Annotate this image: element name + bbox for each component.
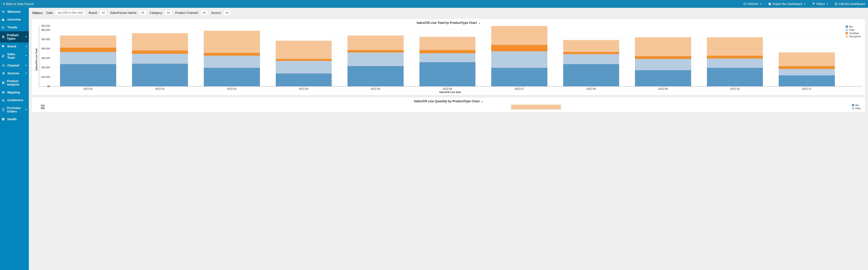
- sidebar-item-overview[interactable]: Overview: [0, 15, 29, 24]
- chevron-down-icon: [25, 65, 27, 66]
- x-tick-label: 2022-08: [555, 87, 627, 90]
- bar-stack[interactable]: [420, 37, 476, 86]
- sidebar-item-label: Channel: [7, 64, 19, 67]
- x-tick-label: 2022-10: [699, 87, 771, 90]
- svg-rect-5: [3, 20, 3, 21]
- bar-segment-strongman: [635, 37, 691, 56]
- arrow-left-icon: [3, 3, 4, 5]
- svg-rect-20: [3, 108, 4, 109]
- filter-value[interactable]: All: [223, 10, 231, 15]
- x-tick-label: 2022-01: [52, 87, 124, 90]
- filter-value[interactable]: All: [99, 10, 107, 15]
- sidebar-item-product-analysis[interactable]: Product Analysis: [0, 77, 29, 89]
- sidebar-item-purchase-orders[interactable]: Purchase Orders: [0, 104, 29, 115]
- menu-icon: [2, 10, 5, 13]
- bar-segment-bar: [707, 68, 763, 86]
- filter-group: Source: All: [211, 10, 231, 15]
- y-tick: $60,000: [41, 29, 50, 31]
- sidebar-item-sources[interactable]: Sources: [0, 69, 29, 77]
- bar-slot: [484, 26, 555, 86]
- sidebar-item-brand[interactable]: Brand: [0, 42, 29, 50]
- bar-stack[interactable]: [276, 41, 332, 86]
- bar-segment-sandbag: [347, 50, 404, 53]
- bar-segment-strongman: [491, 26, 547, 45]
- bar-stack[interactable]: [132, 33, 188, 86]
- sidebar-item-health[interactable]: Health: [0, 115, 29, 123]
- bar-stack[interactable]: [491, 26, 547, 86]
- sidebar-item-sales-team[interactable]: Sales Team: [0, 50, 29, 62]
- bar-slot: [627, 26, 699, 86]
- sidebar-item-label: Customers: [7, 98, 23, 102]
- svg-point-13: [3, 55, 4, 56]
- svg-rect-7: [4, 20, 4, 21]
- filter-value[interactable]: Jan-2022 to Dec-2022: [55, 10, 86, 15]
- chart-ylabel: Sales/CR Line Total: [35, 48, 38, 71]
- line-chart-icon: [2, 26, 5, 29]
- bar-segment-bar: [491, 68, 547, 86]
- refresh-icon: [743, 2, 746, 5]
- filter-group: Product Channel: All: [175, 10, 208, 15]
- send-icon: [2, 72, 5, 75]
- refresh-button[interactable]: Refresh: [743, 2, 762, 6]
- filter-name: Date:: [46, 11, 53, 14]
- chevron-down-icon: [25, 46, 27, 47]
- sidebar-item-product-types[interactable]: Product Types: [0, 31, 29, 42]
- sidebar-item-welcome[interactable]: Welcome: [0, 8, 29, 15]
- x-tick-label: 2022-11: [771, 87, 843, 90]
- bar-segment-sandbag: [563, 52, 619, 55]
- filters-bar: Filters: Date: Jan-2022 to Dec-2022Brand…: [29, 8, 868, 18]
- sidebar-item-label: Health: [7, 117, 17, 121]
- sidebar-item-customers[interactable]: Customers: [0, 96, 29, 104]
- sidebar-item-mapping[interactable]: Mapping: [0, 89, 29, 96]
- export-dashboard-button[interactable]: Export the Dashboard: [768, 2, 806, 6]
- filters-title: Filters:: [32, 11, 43, 15]
- back-to-data-source[interactable]: Back to Data Source: [3, 2, 34, 6]
- bar-slot: [340, 26, 411, 86]
- chevron-down-icon: [25, 36, 27, 37]
- bar-segment-sandbag: [420, 50, 476, 53]
- sidebar-item-channel[interactable]: Channel: [0, 62, 29, 69]
- bar-segment-sandbag: [635, 56, 691, 59]
- bar-stack[interactable]: [635, 37, 691, 86]
- bar-segment-strongman: [779, 53, 835, 66]
- bar-segment-strongman: [276, 41, 332, 59]
- bar-segment-plate: [60, 52, 116, 64]
- filter-value[interactable]: All: [200, 10, 208, 15]
- sidebar-item-label: Product Analysis: [7, 79, 27, 86]
- chart-title[interactable]: Sales/CR Line Quantity by ProductType Ch…: [35, 99, 862, 103]
- bar-slot: [555, 26, 627, 86]
- bar-segment-strongman: [707, 37, 763, 56]
- chevron-down-icon: [760, 3, 762, 4]
- x-tick-label: 2022-06: [411, 87, 484, 90]
- chart-title[interactable]: Sales/CR Line Total by ProductType Chart: [35, 21, 862, 25]
- filter-name: Category:: [150, 11, 163, 14]
- bar-stack[interactable]: [707, 37, 763, 86]
- edit-dashboard-button[interactable]: Edit the Dashboard: [835, 2, 865, 6]
- people-icon: [2, 99, 5, 102]
- y-tick: $10,000: [41, 76, 50, 78]
- sidebar-item-label: Welcome: [7, 10, 21, 13]
- x-tick-label: 2022-07: [483, 87, 555, 90]
- svg-point-17: [2, 99, 3, 100]
- y-tick: $30,000: [41, 57, 50, 59]
- chart-card-sales-total: Sales/CR Line Total by ProductType Chart…: [31, 19, 865, 95]
- filter-group: Brand: All: [89, 10, 107, 15]
- filters-button[interactable]: Filters: [812, 2, 828, 6]
- bar-stack[interactable]: [60, 36, 116, 86]
- bar-stack[interactable]: [779, 53, 835, 86]
- bar-stack[interactable]: [563, 40, 619, 86]
- sidebar-item-trends[interactable]: Trends: [0, 24, 29, 31]
- bar-slot: [52, 26, 124, 86]
- sidebar-item-label: Brand: [7, 45, 16, 48]
- bar-stack[interactable]: [347, 36, 404, 86]
- bar-slot: [411, 26, 483, 86]
- check-square-icon: [2, 118, 5, 121]
- sidebar-item-label: Purchase Orders: [7, 106, 23, 113]
- filter-value[interactable]: All: [164, 10, 172, 15]
- bar-segment-sandbag: [132, 50, 188, 54]
- topbar-actions: Refresh Export the Dashboard Filters Edi…: [743, 2, 865, 6]
- svg-rect-14: [2, 82, 5, 82]
- chevron-down-icon: [25, 109, 27, 110]
- bar-segment-strongman: [347, 36, 404, 50]
- filter-value[interactable]: All: [139, 10, 146, 15]
